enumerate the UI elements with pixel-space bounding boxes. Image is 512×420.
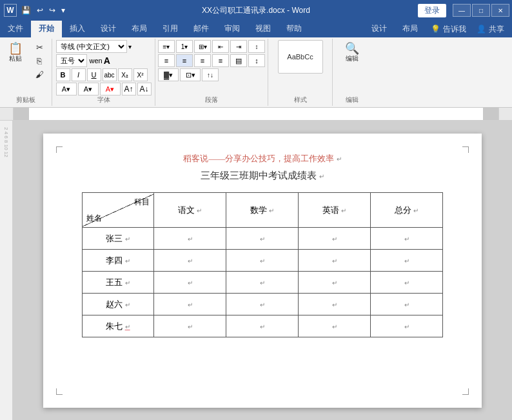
font-name-row: 等线 (中文正文) ▾ (56, 40, 132, 53)
tell-me-search[interactable]: 💡 告诉我 (426, 24, 471, 35)
styles-content: AaBbCc (278, 40, 323, 105)
find-replace-button[interactable]: 🔍 编辑 (339, 40, 365, 66)
row2-name: 李四 ↵ (83, 250, 154, 272)
ribbon: 文件 开始 插入 设计 布局 引用 邮件 审阅 视图 帮助 设计 布局 💡 告诉… (0, 21, 512, 108)
subscript-button[interactable]: X₂ (118, 68, 132, 81)
paste-label: 粘贴 (9, 54, 22, 63)
english-header: 英语 ↵ (299, 193, 371, 228)
tab-home[interactable]: 开始 (31, 21, 62, 37)
copy-button[interactable]: ⎘ (30, 55, 49, 67)
table-row: 张三 ↵ ↵ ↵ ↵ ↵ (83, 228, 443, 250)
tab-help[interactable]: 帮助 (279, 21, 310, 37)
highlight-button[interactable]: A▾ (78, 83, 99, 95)
columns-button[interactable]: ▤ (230, 54, 247, 67)
document-subtitle: 稻客说——分享办公技巧，提高工作效率 ↵ (82, 153, 443, 165)
tab-review[interactable]: 审阅 (217, 21, 248, 37)
save-icon[interactable]: 💾 (19, 5, 33, 16)
row4-chinese: ↵ (154, 294, 226, 315)
ruler: // Draw ruler ticks inline via JS after … (0, 108, 512, 121)
row4-total: ↵ (371, 294, 443, 315)
ruler-main: // Draw ruler ticks inline via JS after … (13, 108, 499, 120)
edit-label-group: 编辑 (333, 95, 371, 105)
list-row: ≡▾ 1▾ ⊞▾ ⇤ ⇥ ↕ (158, 40, 265, 53)
row3-english: ↵ (299, 272, 371, 294)
paste-button[interactable]: 📋 粘贴 (3, 40, 28, 66)
share-button[interactable]: 👤 共享 (471, 24, 509, 35)
multilevel-list-button[interactable]: ⊞▾ (194, 40, 211, 53)
page-margin-numbers: 2 4 6 8 10 12 (3, 127, 9, 157)
corner-tl (56, 146, 63, 153)
close-button[interactable]: ✕ (491, 4, 509, 17)
font-size-row: 五号 wen A (56, 54, 110, 67)
indent-decrease-button[interactable]: ⇤ (212, 40, 229, 53)
align-row: ≡ ≡ ≡ ≡ ▤ ↕ (158, 54, 265, 67)
italic-button[interactable]: I (72, 68, 86, 81)
left-margin: 2 4 6 8 10 12 (0, 121, 13, 420)
font-color-row: A▾ A▾ A▾ A↑ A↓ (56, 83, 152, 95)
sort-button[interactable]: ↕ (248, 40, 265, 53)
decrease-font-button[interactable]: A↓ (137, 83, 152, 95)
diagonal-header: 科目 姓名 (83, 194, 153, 226)
tab-design-extra[interactable]: 设计 (364, 21, 395, 38)
row3-name: 王五 ↵ (83, 272, 154, 294)
title-bar: W 💾 ↩ ↪ ▾ XX公司职工通讯录.docx - Word 登录 — □ ✕ (0, 0, 512, 21)
table-row: 王五 ↵ ↵ ↵ ↵ ↵ (83, 272, 443, 294)
title-para-mark: ↵ (319, 173, 324, 180)
title-text: 三年级三班期中考试成绩表 (201, 170, 317, 181)
font-size-select[interactable]: 五号 (56, 54, 87, 67)
row1-chinese: ↵ (154, 228, 226, 250)
ribbon-group-styles: AaBbCc 样式 (268, 39, 333, 106)
align-center-button[interactable]: ≡ (176, 54, 193, 67)
tab-file[interactable]: 文件 (0, 21, 31, 37)
font-label: 字体 (52, 95, 155, 105)
para-spacing-button[interactable]: ↑↓ (202, 68, 219, 81)
justify-button[interactable]: ≡ (212, 54, 229, 67)
restore-button[interactable]: □ (472, 4, 490, 17)
format-painter-button[interactable]: 🖌 (30, 68, 49, 81)
redo-icon[interactable]: ↪ (47, 5, 57, 16)
tab-mailings[interactable]: 邮件 (186, 21, 217, 37)
minimize-button[interactable]: — (453, 4, 471, 17)
superscript-button[interactable]: X² (133, 68, 148, 81)
font-name-select[interactable]: 等线 (中文正文) (56, 40, 127, 53)
font-name-dropdown[interactable]: ▾ (128, 43, 132, 50)
tab-insert[interactable]: 插入 (62, 21, 93, 37)
strikethrough-button[interactable]: abc (103, 68, 117, 81)
border-button[interactable]: ⊡▾ (180, 68, 201, 81)
styles-gallery[interactable]: AaBbCc (278, 40, 323, 74)
ribbon-tabs-row: 文件 开始 插入 设计 布局 引用 邮件 审阅 视图 帮助 设计 布局 💡 告诉… (0, 21, 512, 37)
login-button[interactable]: 登录 (418, 4, 446, 17)
font-size-a-icon: A (104, 55, 110, 66)
bullet-list-button[interactable]: ≡▾ (158, 40, 175, 53)
shading-button[interactable]: ▓▾ (158, 68, 179, 81)
underline-button[interactable]: U (87, 68, 101, 81)
undo-icon[interactable]: ↩ (35, 5, 45, 16)
cut-button[interactable]: ✂ (30, 41, 49, 54)
text-color-button[interactable]: A▾ (56, 83, 77, 95)
font-style-row: B I U abc X₂ X² (56, 68, 148, 81)
row2-chinese: ↵ (154, 250, 226, 272)
paste-icon: 📋 (8, 43, 23, 54)
align-left-button[interactable]: ≡ (158, 54, 175, 67)
corner-bl (56, 388, 63, 395)
ribbon-tabs-left: 文件 开始 插入 设计 布局 引用 邮件 审阅 视图 帮助 (0, 21, 310, 37)
customize-qat-icon[interactable]: ▾ (59, 5, 67, 16)
line-spacing-button[interactable]: ↕ (248, 54, 265, 67)
tab-view[interactable]: 视图 (248, 21, 279, 37)
indent-increase-button[interactable]: ⇥ (230, 40, 247, 53)
align-right-button[interactable]: ≡ (194, 54, 211, 67)
bold-button[interactable]: B (56, 68, 70, 81)
row1-math: ↵ (226, 228, 299, 250)
title-right-controls: 登录 — □ ✕ (418, 4, 512, 17)
tab-layout[interactable]: 布局 (124, 21, 155, 37)
table-row: 李四 ↵ ↵ ↵ ↵ ↵ (83, 250, 443, 272)
number-list-button[interactable]: 1▾ (176, 40, 193, 53)
font-color-button[interactable]: A▾ (100, 83, 121, 95)
row2-total: ↵ (371, 250, 443, 272)
tab-references[interactable]: 引用 (155, 21, 186, 37)
tab-layout-extra[interactable]: 布局 (395, 21, 426, 38)
row5-chinese: ↵ (154, 315, 226, 337)
edit-content: 🔍 编辑 (339, 40, 365, 105)
increase-font-button[interactable]: A↑ (122, 83, 136, 95)
tab-design[interactable]: 设计 (93, 21, 124, 37)
